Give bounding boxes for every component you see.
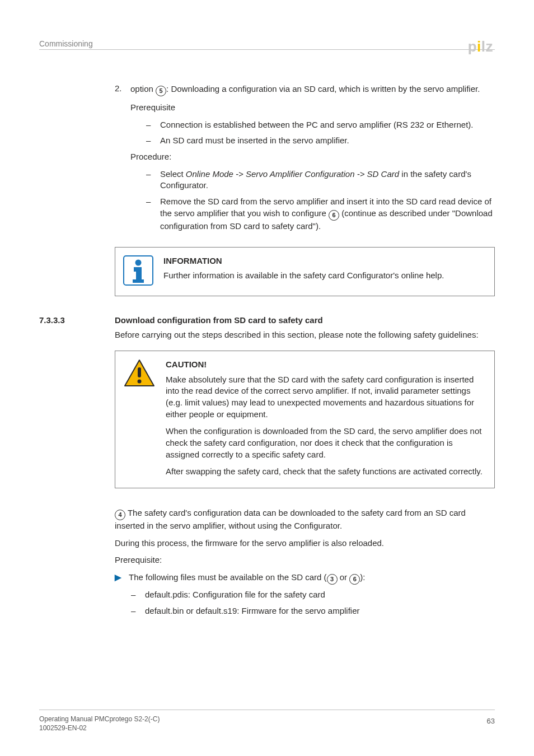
info-heading: INFORMATION [163, 255, 485, 267]
section-number: 7.3.3.3 [39, 315, 115, 325]
paragraph: Prerequisite: [115, 554, 495, 566]
text: Remove the SD card from the servo amplif… [160, 196, 495, 232]
text: Connection is established between the PC… [160, 119, 495, 131]
step-2: 2. option 5: Downloading a configuration… [115, 83, 495, 237]
circled-6-icon: 6 [349, 574, 360, 585]
step-number: 2. [115, 83, 130, 237]
paragraph: 4 The safety card's configuration data c… [115, 507, 495, 532]
circled-3-icon: 3 [327, 574, 338, 585]
list-item: – default.bin or default.s19: Firmware f… [131, 605, 495, 617]
dash-icon: – [146, 169, 160, 192]
logo-part-pre: p [468, 38, 477, 55]
list-item: – Connection is established between the … [146, 119, 495, 131]
circled-6-icon: 6 [329, 210, 339, 221]
body-content: 2. option 5: Downloading a configuration… [39, 83, 495, 296]
section-heading-row: 7.3.3.3 Download configuration from SD c… [39, 315, 495, 325]
list-item: – An SD card must be inserted in the ser… [146, 135, 495, 147]
text: or [338, 572, 350, 582]
text: option [130, 84, 156, 94]
dash-icon: – [146, 119, 160, 131]
text: ): [360, 572, 365, 582]
caution-box: CAUTION! Make absolutely sure that the S… [115, 351, 495, 488]
list-item: – default.pdis: Configuration file for t… [131, 589, 495, 601]
svg-point-1 [135, 259, 142, 265]
text: default.pdis: Configuration file for the… [145, 589, 495, 601]
svg-rect-5 [138, 367, 141, 377]
page-number: 63 [487, 715, 495, 725]
info-body: Further information is available in the … [163, 270, 485, 281]
text: default.bin or default.s19: Firmware for… [145, 605, 495, 617]
paragraph: During this process, the firmware for th… [115, 538, 495, 549]
text: The safety card's configuration data can… [115, 508, 466, 530]
dash-icon: – [131, 589, 145, 601]
dash-icon: – [146, 135, 160, 147]
text: : Downloading a configuration via an SD … [166, 84, 480, 94]
caution-p3: After swapping the safety card, check th… [166, 466, 485, 478]
footer-docnum: 1002529-EN-02 [39, 724, 160, 732]
prerequisite-label: Prerequisite [130, 102, 495, 114]
triangle-bullet-icon: ▶ [115, 572, 129, 621]
footer-title: Operating Manual PMCprotego S2-2(-C) [39, 715, 160, 724]
dash-icon: – [131, 605, 145, 617]
text-italic: Online Mode -> Servo Amplifier Configura… [186, 169, 399, 179]
caution-p2: When the configuration is downloaded fro… [166, 426, 485, 460]
text: An SD card must be inserted in the servo… [160, 135, 495, 147]
caution-icon [123, 359, 156, 478]
header-rule [39, 49, 495, 50]
logo-part-dot: i [477, 38, 481, 55]
text: The following files must be available on… [129, 572, 327, 582]
list-item: – Remove the SD card from the servo ampl… [146, 196, 495, 232]
dash-icon: – [146, 196, 160, 232]
text: Select Online Mode -> Servo Amplifier Co… [160, 169, 495, 192]
logo: pilz [468, 38, 493, 55]
svg-rect-4 [133, 279, 144, 283]
circled-5-icon: 5 [156, 86, 166, 96]
svg-rect-3 [136, 270, 142, 281]
procedure-label: Procedure: [130, 151, 495, 163]
section-title: Download configuration from SD card to s… [115, 315, 323, 325]
running-head: Commissioning [39, 39, 495, 48]
step-2-lead: option 5: Downloading a configuration vi… [130, 83, 495, 96]
circled-4-icon: 4 [115, 510, 125, 520]
information-box: INFORMATION Further information is avail… [115, 247, 495, 296]
list-item: ▶ The following files must be available … [115, 572, 495, 621]
list-item: – Select Online Mode -> Servo Amplifier … [146, 169, 495, 192]
text: Select [160, 169, 186, 179]
section-intro: Before carrying out the steps described … [115, 329, 495, 341]
information-icon [123, 255, 153, 286]
caution-p1: Make absolutely sure that the SD card wi… [166, 374, 485, 421]
caution-heading: CAUTION! [166, 359, 485, 370]
logo-part-post: lz [481, 38, 493, 55]
page-footer: Operating Manual PMCprotego S2-2(-C) 100… [39, 710, 495, 732]
svg-point-6 [138, 380, 142, 384]
